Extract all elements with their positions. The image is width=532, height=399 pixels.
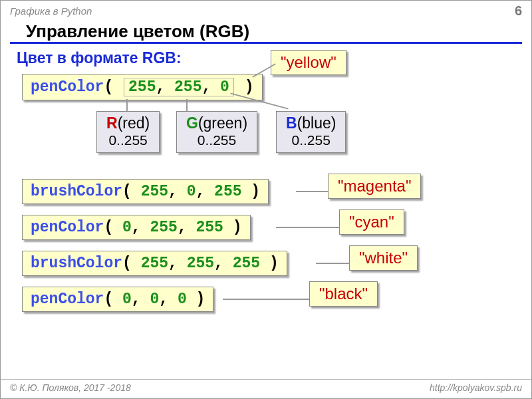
connector-line (126, 99, 128, 111)
rgb-group: 255, 255, 0 (124, 78, 234, 96)
channel-blue: B(blue) 0..255 (276, 111, 346, 153)
fn-name: brushColor (31, 183, 122, 200)
callout-white: "white" (349, 245, 418, 271)
paren-open: ( (104, 78, 122, 96)
val-b: 255 (233, 255, 260, 272)
comma: , (156, 78, 174, 96)
code-example-cyan: penColor( 0, 255, 255 ) (22, 215, 251, 240)
connector-line (223, 299, 309, 300)
code-example-magenta: brushColor( 255, 0, 255 ) (22, 179, 269, 204)
val-r: 255 (141, 183, 168, 200)
val-r: 255 (141, 255, 168, 272)
val-g: 255 (150, 219, 177, 236)
code-example-yellow: penColor( 255, 255, 0 ) (22, 74, 263, 100)
letter-b: B (286, 114, 297, 132)
fn-name: penColor (31, 78, 104, 96)
channel-red: R(red) 0..255 (96, 111, 160, 153)
val-g: 0 (150, 291, 159, 308)
paren-close: ) (235, 78, 254, 96)
fn-name: brushColor (31, 255, 122, 272)
callout-black: "black" (309, 281, 378, 307)
connector-line (316, 263, 349, 264)
connector-line (296, 191, 329, 192)
val-b: 0 (220, 78, 229, 96)
val-r: 255 (128, 78, 156, 96)
val-b: 255 (214, 183, 241, 200)
callout-yellow: "yellow" (271, 50, 346, 75)
code-example-white: brushColor( 255, 255, 255 ) (22, 251, 287, 276)
slide-subtitle: Цвет в формате RGB: (1, 49, 531, 67)
channel-green: G(green) 0..255 (176, 111, 257, 153)
slide-title: Управление цветом (RGB) (10, 21, 522, 44)
val-g: 255 (174, 78, 201, 96)
range-g: 0..255 (186, 132, 247, 148)
letter-g: G (186, 114, 198, 132)
val-r: 0 (122, 219, 132, 236)
val-b: 0 (178, 291, 187, 308)
connector-line (276, 227, 339, 228)
callout-magenta: "magenta" (328, 174, 421, 199)
word-green: (green) (198, 114, 247, 132)
range-r: 0..255 (106, 132, 150, 148)
word-blue: (blue) (297, 114, 336, 132)
page-number: 6 (515, 3, 522, 19)
val-b: 255 (196, 219, 223, 236)
range-b: 0..255 (286, 132, 336, 148)
code-example-black: penColor( 0, 0, 0 ) (22, 287, 213, 312)
val-r: 0 (122, 291, 132, 308)
comma: , (201, 78, 220, 96)
footer-url: http://kpolyakov.spb.ru (430, 382, 522, 393)
callout-cyan: "cyan" (339, 209, 404, 235)
header-topic: Графика в Python (10, 5, 92, 17)
letter-r: R (106, 114, 118, 132)
fn-name: penColor (31, 219, 104, 236)
val-g: 255 (187, 255, 214, 272)
val-g: 0 (187, 183, 196, 200)
word-red: (red) (118, 114, 150, 132)
fn-name: penColor (31, 291, 104, 308)
footer-copyright: © К.Ю. Поляков, 2017 -2018 (10, 382, 131, 393)
connector-line (186, 99, 188, 111)
